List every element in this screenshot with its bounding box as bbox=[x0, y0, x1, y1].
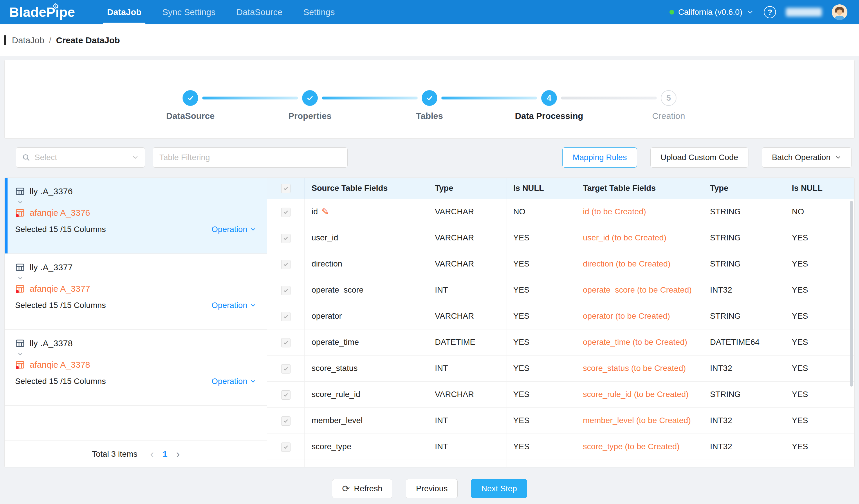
source-field: operate_score bbox=[304, 277, 428, 303]
list-item-table-3378[interactable]: lly .A_3378 afanqie A_3378 Selected 15 /… bbox=[5, 330, 267, 406]
chevron-down-icon bbox=[834, 154, 842, 161]
row-checkbox bbox=[281, 338, 290, 347]
source-field: score_rule_id bbox=[304, 381, 428, 407]
source-isnull: YES bbox=[506, 407, 576, 434]
next-step-button[interactable]: Next Step bbox=[471, 479, 527, 498]
breadcrumb-separator: / bbox=[49, 35, 51, 45]
step-circle-done[interactable] bbox=[183, 90, 198, 106]
target-table-icon bbox=[15, 284, 25, 294]
button-label: Next Step bbox=[481, 484, 517, 493]
username-blurred[interactable] bbox=[786, 8, 822, 17]
nav-item-sync-settings[interactable]: Sync Settings bbox=[158, 0, 220, 25]
step-label: DataSource bbox=[166, 111, 215, 121]
operation-link[interactable]: Operation bbox=[212, 225, 257, 234]
pagination: ‹ 1 › bbox=[150, 448, 180, 460]
target-type: STRING bbox=[703, 381, 785, 407]
edit-pencil-icon[interactable]: ✎ bbox=[321, 207, 329, 216]
source-type: VARCHAR bbox=[428, 199, 506, 225]
source-type: VARCHAR bbox=[428, 251, 506, 277]
col-header-target-type: Type bbox=[703, 178, 785, 199]
select-combobox[interactable] bbox=[16, 147, 145, 168]
target-field: user_id (to be Created) bbox=[576, 225, 703, 251]
step-tables: Tables bbox=[422, 90, 437, 106]
target-isnull: YES bbox=[785, 434, 854, 460]
target-field: operate_time (to be Created) bbox=[576, 329, 703, 355]
source-type: INT bbox=[428, 355, 506, 381]
target-isnull: YES bbox=[785, 251, 854, 277]
pagination-prev[interactable]: ‹ bbox=[150, 448, 154, 460]
table-header-row: Source Table Fields Type Is NULL Target … bbox=[267, 178, 854, 199]
help-button[interactable]: ? bbox=[764, 6, 776, 18]
refresh-icon: ⟳ bbox=[342, 484, 350, 493]
table-row: operator VARCHAR YES operator (to be Cre… bbox=[267, 303, 854, 329]
field-mapping-table: Source Table Fields Type Is NULL Target … bbox=[267, 178, 854, 467]
target-field: direction (to be Created) bbox=[576, 251, 703, 277]
table-row: operate_time DATETIME YES operate_time (… bbox=[267, 329, 854, 355]
row-checkbox bbox=[281, 234, 290, 243]
nav-item-settings[interactable]: Settings bbox=[299, 0, 339, 25]
step-properties: Properties bbox=[302, 90, 318, 106]
operation-label: Operation bbox=[212, 225, 247, 234]
avatar[interactable] bbox=[832, 4, 847, 20]
upload-custom-code-button[interactable]: Upload Custom Code bbox=[650, 147, 749, 168]
operation-label: Operation bbox=[212, 301, 247, 310]
breadcrumb-parent[interactable]: DataJob bbox=[12, 35, 44, 45]
pagination-page-1[interactable]: 1 bbox=[163, 449, 167, 459]
map-chevron-icon bbox=[17, 199, 257, 206]
source-isnull: YES bbox=[506, 251, 576, 277]
previous-button[interactable]: Previous bbox=[406, 479, 458, 498]
target-table-name: afanqie A_3377 bbox=[30, 284, 90, 294]
source-type: VARCHAR bbox=[428, 303, 506, 329]
step-circle-active[interactable]: 4 bbox=[541, 90, 557, 106]
refresh-button[interactable]: ⟳ Refresh bbox=[332, 479, 393, 498]
operation-link[interactable]: Operation bbox=[212, 301, 257, 310]
table-row: id✎ VARCHAR NO id (to be Created) STRING… bbox=[267, 199, 854, 225]
target-field: score_rule_id (to be Created) bbox=[576, 381, 703, 407]
logo: BladePipe bbox=[9, 4, 75, 20]
source-type: DATETIME bbox=[428, 329, 506, 355]
source-isnull: YES bbox=[506, 355, 576, 381]
logo-wrap[interactable]: BladePipe ⚙ bbox=[9, 0, 75, 25]
operation-link[interactable]: Operation bbox=[212, 377, 257, 386]
list-spacer bbox=[5, 406, 267, 441]
step-connector bbox=[561, 97, 657, 99]
target-isnull: NO bbox=[785, 199, 854, 225]
vertical-scrollbar-thumb[interactable] bbox=[850, 201, 853, 387]
col-header-source: Source Table Fields bbox=[304, 178, 428, 199]
pagination-next[interactable]: › bbox=[176, 448, 180, 460]
source-type: VARCHAR bbox=[428, 381, 506, 407]
source-isnull: NO bbox=[506, 199, 576, 225]
table-row: user_id VARCHAR YES user_id (to be Creat… bbox=[267, 225, 854, 251]
toolbar: Mapping Rules Upload Custom Code Batch O… bbox=[16, 147, 852, 168]
step-circle-done[interactable] bbox=[302, 90, 318, 106]
nav-item-datajob[interactable]: DataJob bbox=[103, 0, 146, 25]
chevron-down-icon bbox=[250, 226, 257, 233]
target-table-name: afanqie A_3376 bbox=[30, 208, 90, 218]
source-field: score_status bbox=[304, 355, 428, 381]
step-label: Properties bbox=[288, 111, 331, 121]
nav-item-datasource[interactable]: DataSource bbox=[232, 0, 286, 25]
step-circle-done[interactable] bbox=[422, 90, 437, 106]
row-checkbox bbox=[281, 312, 290, 321]
row-checkbox bbox=[281, 442, 290, 452]
step-label: Tables bbox=[416, 111, 443, 121]
select-input[interactable] bbox=[34, 153, 127, 162]
footer-actions: ⟳ Refresh Previous Next Step bbox=[0, 479, 859, 498]
list-item-table-3376[interactable]: lly .A_3376 afanqie A_3376 Selected 15 /… bbox=[5, 178, 267, 254]
source-isnull: YES bbox=[506, 303, 576, 329]
table-filter-input[interactable] bbox=[159, 153, 341, 162]
region-selector[interactable]: California (v0.6.0) bbox=[669, 7, 754, 17]
source-field: operator bbox=[304, 303, 428, 329]
logo-gear-icon: ⚙ bbox=[52, 2, 59, 11]
source-field: score_type bbox=[304, 434, 428, 460]
table-row: operate_score INT YES operate_score (to … bbox=[267, 277, 854, 303]
target-isnull: YES bbox=[785, 381, 854, 407]
mapping-rules-button[interactable]: Mapping Rules bbox=[562, 147, 637, 168]
source-table-icon bbox=[15, 263, 25, 272]
batch-operation-button[interactable]: Batch Operation bbox=[762, 147, 852, 168]
breadcrumb-accent bbox=[4, 35, 6, 45]
check-icon bbox=[306, 94, 314, 102]
target-isnull: YES bbox=[785, 277, 854, 303]
list-item-table-3377[interactable]: lly .A_3377 afanqie A_3377 Selected 15 /… bbox=[5, 254, 267, 330]
target-field: id (to be Created) bbox=[576, 199, 703, 225]
